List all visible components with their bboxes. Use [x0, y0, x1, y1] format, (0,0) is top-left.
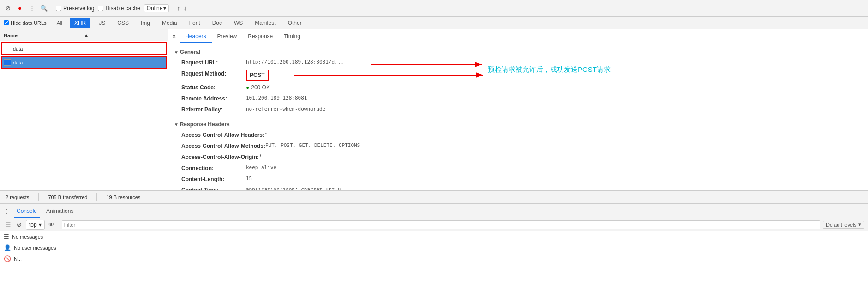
console-message-text: N... — [14, 256, 22, 262]
list-item[interactable]: data — [1, 42, 167, 55]
acam-value: PUT, POST, GET, DELETE, OPTIONS — [265, 142, 360, 150]
manifest-tab[interactable]: Manifest — [250, 16, 280, 30]
search-icon[interactable]: 🔍 — [40, 4, 48, 12]
referrer-policy-label: Referrer Policy: — [181, 105, 246, 114]
remote-address-value: 101.200.189.128:8081 — [246, 94, 307, 102]
xhr-tab[interactable]: XHR — [70, 18, 90, 28]
request-url-value: http://101.200.189.128:8081/d... — [246, 59, 344, 66]
console-row: 🚫 N... — [0, 253, 868, 264]
preserve-log-label[interactable]: Preserve log — [56, 5, 94, 12]
general-section-header[interactable]: General — [174, 47, 862, 57]
sort-icon[interactable]: ▲ — [84, 33, 164, 38]
hide-data-urls-checkbox[interactable] — [4, 20, 9, 25]
transfer-size: 705 B transferred — [48, 194, 87, 200]
console-row: 👤 No user messages — [0, 242, 868, 253]
stop-icon[interactable]: ⊘ — [4, 4, 12, 12]
request-file-icon — [4, 59, 11, 66]
chevron-down-icon: ▾ — [858, 222, 861, 228]
referrer-policy-value: no-referrer-when-downgrade — [246, 105, 325, 113]
request-method-row: Request Method: POST 预检请求被允许后，成功发送POST请求 — [174, 68, 862, 82]
status-divider-1 — [38, 193, 39, 201]
response-headers-section-header[interactable]: Response Headers — [174, 119, 862, 129]
content-length-label: Content-Length: — [181, 175, 246, 183]
chevron-down-icon: ▾ — [163, 5, 166, 12]
response-header-row-1: Access-Control-Allow-Methods: PUT, POST,… — [174, 141, 862, 152]
default-levels-dropdown[interactable]: Default levels ▾ — [823, 221, 864, 229]
console-tabs: ⋮ Console Animations — [0, 204, 868, 218]
css-tab[interactable]: CSS — [113, 16, 133, 30]
list-item[interactable]: data — [1, 56, 167, 69]
tab-animations[interactable]: Animations — [43, 204, 76, 218]
console-message-text: No user messages — [14, 245, 56, 251]
console-message-text: No messages — [12, 234, 43, 240]
download-icon[interactable]: ↓ — [184, 5, 187, 12]
all-tab[interactable]: All — [53, 18, 66, 28]
response-header-row-4: Content-Length: 15 — [174, 174, 862, 185]
status-divider-2 — [96, 193, 97, 201]
connection-label: Connection: — [181, 164, 246, 172]
hide-data-urls-label[interactable]: Hide data URLs — [4, 20, 47, 26]
disable-cache-label[interactable]: Disable cache — [98, 5, 140, 12]
content-type-value: application/json; charset=utf-8 — [246, 186, 341, 190]
request-list-panel: Name ▲ data data — [0, 29, 168, 190]
img-tab[interactable]: Img — [136, 16, 155, 30]
console-filter-input[interactable] — [62, 220, 820, 229]
filter-icon[interactable]: ⋮ — [28, 4, 36, 12]
error-icon: 🚫 — [4, 255, 11, 262]
request-method-value: POST — [246, 70, 269, 81]
record-icon[interactable]: ● — [16, 4, 24, 12]
detail-content: General Request URL: http://101.200.189.… — [168, 43, 868, 190]
request-count: 2 requests — [6, 194, 29, 200]
media-tab[interactable]: Media — [157, 16, 182, 30]
console-area: ⋮ Console Animations ☰ ⊘ top ▾ 👁 Default… — [0, 204, 868, 277]
request-url-label: Request URL: — [181, 59, 246, 67]
filter-bar: Hide data URLs All XHR JS CSS Img Media … — [0, 17, 868, 29]
acam-label: Access-Control-Allow-Methods: — [181, 142, 265, 150]
referrer-policy-row: Referrer Policy: no-referrer-when-downgr… — [174, 104, 862, 115]
tab-console[interactable]: Console — [14, 204, 40, 218]
request-method-label: Request Method: — [181, 70, 246, 78]
disable-cache-checkbox[interactable] — [98, 6, 103, 11]
status-bar: 2 requests 705 B transferred 19 B resour… — [0, 191, 868, 204]
ws-tab[interactable]: WS — [229, 16, 247, 30]
response-header-row-5: Content-Type: application/json; charset=… — [174, 185, 862, 190]
other-tab[interactable]: Other — [283, 16, 306, 30]
doc-tab[interactable]: Doc — [208, 16, 227, 30]
close-icon[interactable]: × — [172, 33, 176, 40]
main-container: Name ▲ data data × Headers Preview Respo… — [0, 29, 868, 191]
online-dropdown[interactable]: Online ▾ — [144, 4, 169, 12]
js-tab[interactable]: JS — [94, 16, 110, 30]
tab-headers[interactable]: Headers — [180, 29, 211, 43]
column-header: Name ▲ — [0, 29, 168, 41]
tab-timing[interactable]: Timing — [278, 29, 306, 43]
upload-icon[interactable]: ↑ — [177, 5, 180, 12]
console-tab-icon: ⋮ — [4, 207, 10, 215]
console-list-icon[interactable]: ☰ — [4, 221, 12, 229]
acao-headers-value: * — [264, 131, 268, 139]
console-row: ☰ No messages — [0, 231, 868, 242]
tab-preview[interactable]: Preview — [212, 29, 243, 43]
font-tab[interactable]: Font — [185, 16, 205, 30]
tab-response[interactable]: Response — [242, 29, 278, 43]
status-code-value: 200 OK — [251, 83, 270, 92]
content-length-value: 15 — [246, 175, 252, 183]
acao-label: Access-Control-Allow-Origin: — [181, 153, 259, 161]
response-header-row-3: Connection: keep-alive — [174, 163, 862, 174]
divider-1 — [52, 4, 52, 12]
request-file-icon — [4, 46, 11, 52]
resource-size: 19 B resources — [106, 194, 140, 200]
top-dropdown[interactable]: top ▾ — [26, 220, 45, 230]
console-stop-icon[interactable]: ⊘ — [15, 221, 23, 229]
response-header-row-2: Access-Control-Allow-Origin: * — [174, 152, 862, 163]
eye-icon[interactable]: 👁 — [48, 221, 56, 229]
list-icon: ☰ — [4, 233, 9, 240]
preserve-log-checkbox[interactable] — [56, 6, 61, 11]
section-divider — [174, 117, 862, 117]
status-code-row: Status Code: ● 200 OK — [174, 82, 862, 93]
acao-value: * — [259, 153, 262, 161]
remote-address-row: Remote Address: 101.200.189.128:8081 — [174, 93, 862, 104]
console-body: ☰ No messages 👤 No user messages 🚫 N... — [0, 231, 868, 277]
detail-panel: × Headers Preview Response Timing Genera… — [168, 29, 868, 190]
response-header-row-0: Access-Control-Allow-Headers: * — [174, 129, 862, 141]
request-list: data data — [0, 42, 168, 69]
